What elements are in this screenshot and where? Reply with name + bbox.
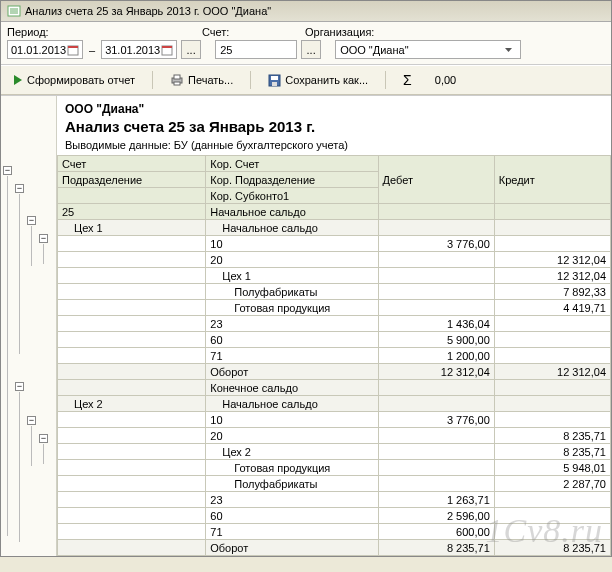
table-row[interactable]: Полуфабрикаты2 287,70 [58,476,611,492]
date-to-input[interactable]: 31.01.2013 [101,40,177,59]
window-title: Анализ счета 25 за Январь 2013 г. ООО "Д… [25,5,271,17]
table-row[interactable]: Оборот12 312,0412 312,04 [58,364,611,380]
tree-node[interactable] [39,434,48,443]
table-cell [58,268,206,284]
table-cell [494,396,610,412]
table-cell: 1 200,00 [378,348,494,364]
table-cell: 20 [206,428,378,444]
save-as-button[interactable]: Сохранить как... [261,71,375,90]
table-cell [494,348,610,364]
table-cell: Полуфабрикаты [206,284,378,300]
tree-node[interactable] [27,216,36,225]
report-table: Счет Кор. Счет Дебет Кредит Подразделени… [57,155,611,556]
table-cell [378,460,494,476]
table-cell: 25 [58,204,206,220]
table-cell [58,284,206,300]
table-row[interactable]: Полуфабрикаты7 892,33 [58,284,611,300]
table-row[interactable]: 71600,00 [58,524,611,540]
chevron-down-icon[interactable] [501,42,516,57]
table-cell [58,236,206,252]
table-cell: 60 [206,332,378,348]
col-podrazdelenie: Подразделение [58,172,206,188]
dash: – [87,44,97,56]
table-cell: 2 287,70 [494,476,610,492]
table-row[interactable]: 103 776,00 [58,236,611,252]
svg-rect-5 [68,46,78,48]
save-as-label: Сохранить как... [285,74,368,86]
report-body: ООО "Диана" Анализ счета 25 за Январь 20… [57,96,611,556]
table-row[interactable]: 208 235,71 [58,428,611,444]
svg-rect-13 [272,82,277,86]
table-cell [494,380,610,396]
table-cell: 20 [206,252,378,268]
toolbar: Сформировать отчет Печать... Сохранить к… [1,65,611,95]
period-picker-button[interactable]: ... [181,40,201,59]
date-from-value: 01.01.2013 [11,44,66,56]
table-row[interactable]: 231 436,04 [58,316,611,332]
table-row[interactable]: Конечное сальдо [58,380,611,396]
tree-node[interactable] [27,416,36,425]
col-kor-schet: Кор. Счет [206,156,378,172]
tree-node[interactable] [3,166,12,175]
table-cell: Цех 1 [206,268,378,284]
table-cell: 12 312,04 [494,268,610,284]
table-cell [378,252,494,268]
table-cell [378,220,494,236]
tree-node[interactable] [15,382,24,391]
col-kredit: Кредит [494,156,610,204]
table-cell: Готовая продукция [206,300,378,316]
schet-input[interactable]: 25 [215,40,297,59]
table-row[interactable]: Готовая продукция5 948,01 [58,460,611,476]
calendar-icon[interactable] [160,42,173,57]
separator [250,71,251,89]
calendar-icon[interactable] [66,42,79,57]
table-row[interactable]: 25Начальное сальдо [58,204,611,220]
schet-picker-button[interactable]: ... [301,40,321,59]
sigma-icon: Σ [403,72,412,88]
table-cell [378,380,494,396]
table-cell [494,524,610,540]
date-to-value: 31.01.2013 [105,44,160,56]
table-row[interactable]: Цех 28 235,71 [58,444,611,460]
table-cell: 71 [206,348,378,364]
table-row[interactable]: Цех 1Начальное сальдо [58,220,611,236]
table-cell: 4 419,71 [494,300,610,316]
table-cell [58,444,206,460]
table-cell: 7 892,33 [494,284,610,300]
date-from-input[interactable]: 01.01.2013 [7,40,83,59]
table-cell: Начальное сальдо [206,204,378,220]
org-input[interactable]: ООО "Диана" [335,40,521,59]
table-header-row: Счет Кор. Счет Дебет Кредит [58,156,611,172]
filters-panel: Период: Счет: Организация: 01.01.2013 – … [1,22,611,65]
generate-report-button[interactable]: Сформировать отчет [6,71,142,89]
sum-button[interactable]: Σ [396,69,419,91]
table-row[interactable]: 103 776,00 [58,412,611,428]
app-window: Анализ счета 25 за Январь 2013 г. ООО "Д… [0,0,612,557]
table-row[interactable]: Оборот8 235,718 235,71 [58,540,611,556]
tree-node[interactable] [39,234,48,243]
table-cell [58,332,206,348]
table-row[interactable]: Цех 2Начальное сальдо [58,396,611,412]
table-row[interactable]: Цех 112 312,04 [58,268,611,284]
table-row[interactable]: 602 596,00 [58,508,611,524]
generate-label: Сформировать отчет [27,74,135,86]
table-cell: 600,00 [378,524,494,540]
table-cell [58,364,206,380]
print-button[interactable]: Печать... [163,71,240,89]
table-cell [58,524,206,540]
table-row[interactable]: 711 200,00 [58,348,611,364]
tree-node[interactable] [15,184,24,193]
table-cell [494,236,610,252]
table-row[interactable]: 605 900,00 [58,332,611,348]
report-area: ООО "Диана" Анализ счета 25 за Январь 20… [1,95,611,556]
table-cell [378,476,494,492]
table-row[interactable]: 231 263,71 [58,492,611,508]
table-cell [58,348,206,364]
table-cell [494,492,610,508]
org-label: Организация: [305,26,374,38]
table-cell: Готовая продукция [206,460,378,476]
table-row[interactable]: Готовая продукция4 419,71 [58,300,611,316]
table-cell: 1 436,04 [378,316,494,332]
table-cell: 23 [206,492,378,508]
table-row[interactable]: 2012 312,04 [58,252,611,268]
